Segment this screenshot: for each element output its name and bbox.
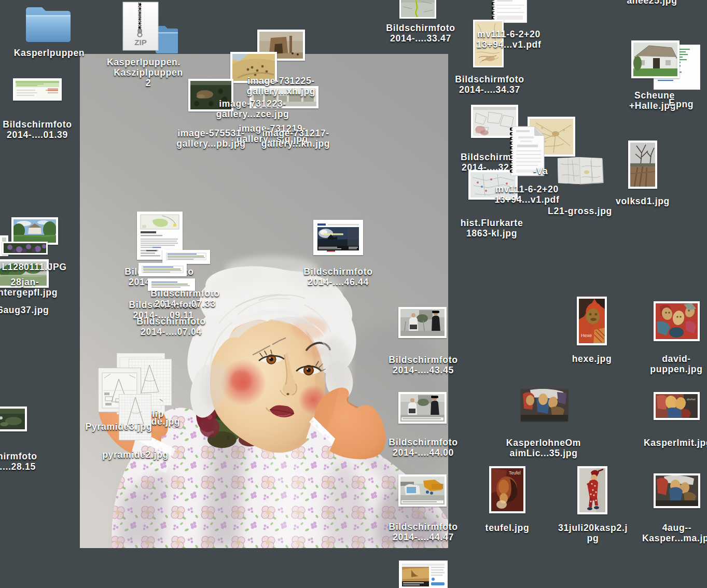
svg-text:drehel: drehel bbox=[687, 398, 696, 401]
svg-text:Teufel: Teufel bbox=[509, 470, 521, 475]
svg-text:ZIP: ZIP bbox=[134, 38, 146, 47]
svg-text:Hexe: Hexe bbox=[581, 333, 592, 338]
